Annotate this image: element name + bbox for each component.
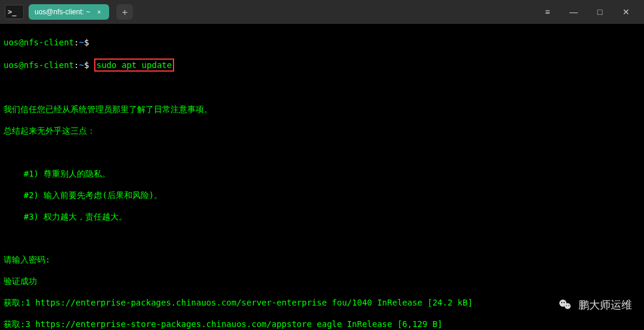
maximize-button[interactable]: □ [594,7,606,17]
watermark-text: 鹏大师运维 [578,298,632,312]
output-hit3: 获取:3 https://enterprise-store-packages.c… [4,319,640,329]
new-tab-button[interactable]: + [116,4,133,20]
command-highlight-box: sudo apt update [94,58,174,72]
svg-point-3 [564,302,565,303]
terminal-app-icon[interactable]: >_ [5,5,24,19]
blank-line [4,147,640,158]
output-rule3: #3) 权力越大，责任越大。 [4,211,640,222]
prompt-dollar: $ [84,38,89,47]
prompt-user: uos@nfs-client [4,38,74,47]
output-summary: 总结起来无外乎这三点： [4,125,640,136]
minimize-button[interactable]: — [568,7,580,17]
menu-button[interactable]: ≡ [541,7,553,17]
output-rule2: #2) 输入前要先考虑(后果和风险)。 [4,190,640,201]
prompt-dollar: $ [84,60,89,70]
watermark: 鹏大师运维 [557,298,632,312]
blank-line [4,82,640,93]
output-verify-ok: 验证成功 [4,276,640,286]
prompt-user: uos@nfs-client [4,60,74,70]
svg-point-5 [568,305,569,306]
output-password-prompt: 请输入密码: [4,254,640,265]
prompt-path: ~ [79,38,83,47]
output-hit1: 获取:1 https://enterprise-packages.chinauo… [4,297,640,308]
svg-point-2 [561,302,562,303]
window-controls: ≡ — □ ✕ [541,7,639,17]
command-text: sudo apt update [97,60,172,70]
prompt-line-command: uos@nfs-client:~$ sudo apt update [4,58,640,72]
prompt-path: ~ [79,60,83,70]
tab-close-icon[interactable]: × [95,8,103,16]
output-rule1: #1) 尊重别人的隐私。 [4,168,640,179]
titlebar: >_ uos@nfs-client: ~ × + ≡ — □ ✕ [0,0,644,24]
tab-title: uos@nfs-client: ~ [35,8,90,16]
wechat-icon [557,298,574,312]
terminal-body[interactable]: uos@nfs-client:~$ uos@nfs-client:~$ sudo… [0,24,644,330]
svg-point-4 [566,305,567,306]
output-trust: 我们信任您已经从系统管理员那里了解了日常注意事项。 [4,104,640,115]
close-button[interactable]: ✕ [620,7,632,17]
svg-point-1 [565,303,571,309]
blank-line [4,233,640,243]
prompt-line-empty: uos@nfs-client:~$ [4,37,640,48]
terminal-tab[interactable]: uos@nfs-client: ~ × [29,4,109,20]
